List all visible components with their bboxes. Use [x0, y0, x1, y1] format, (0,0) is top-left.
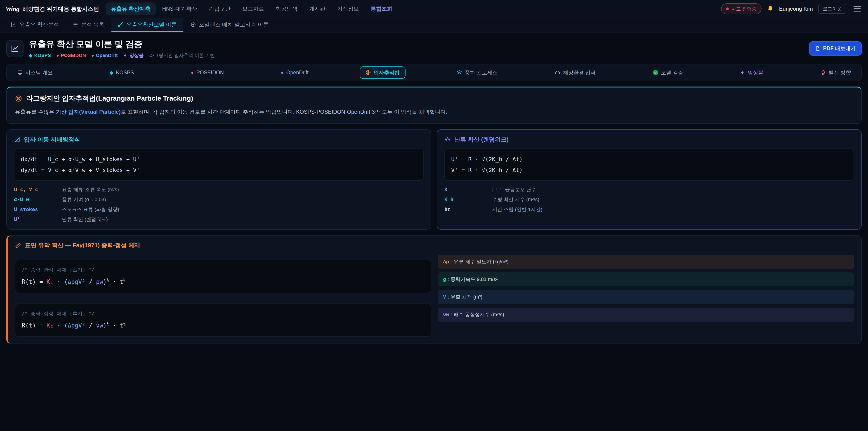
formula-part: · (: [54, 278, 68, 285]
topnav-item-aerial-search[interactable]: 항공탐색: [270, 2, 303, 15]
section-item-ensemble[interactable]: 앙상블: [734, 66, 769, 79]
term-symbol: R: [444, 187, 488, 192]
fay-spreading-card: 표면 유막 확산 — Fay(1971) 중력-점성 체제 /* 중력-관성 체…: [6, 235, 862, 344]
topnav-item-oil-spill-prediction[interactable]: 유출유 확산예측: [105, 2, 156, 15]
topnav-item-reports[interactable]: 보고자료: [237, 2, 270, 15]
dot-icon: ●: [281, 70, 283, 75]
incident-status-badge: 사고 진행중: [721, 3, 762, 14]
section-item-opendrift[interactable]: ● OpenDrift: [275, 67, 314, 79]
monitor-icon: [17, 70, 23, 75]
term-desc: 난류 확산 (랜덤워크): [62, 216, 424, 223]
menu-icon[interactable]: [852, 4, 863, 13]
section-item-validation[interactable]: 모델 검증: [647, 66, 689, 79]
governing-title: 입자 이동 지배방정식: [24, 135, 80, 144]
section-item-poseidon[interactable]: ● POSEIDON: [185, 67, 230, 79]
formula-exponent: ½: [123, 278, 126, 283]
param-row: νw 해수 동점성계수 (m²/s): [438, 308, 854, 321]
tab-diffusion-model-theory[interactable]: 유출유확산모델 이론: [112, 18, 183, 32]
param-desc: 해수 동점성계수 (m²/s): [451, 311, 504, 318]
fay-grid: /* 중력-관성 체제 (초기) */ R(t) = K₁ · (ΔρgV² /…: [15, 255, 854, 337]
term-desc: 수평 확산 계수 (m²/s): [492, 196, 854, 203]
random-walk-card: 난류 확산 (랜덤워크) U' = R · √(2K_h / Δt) V' = …: [437, 129, 862, 229]
term-row: U' 난류 확산 (랜덤워크): [14, 216, 424, 223]
random-walk-code-block: U' = R · √(2K_h / Δt) V' = R · √(2K_h / …: [444, 149, 854, 181]
equation-cards-row: 입자 이동 지배방정식 dx/dt = U_c + α·U_w + U_stok…: [6, 129, 862, 229]
model-curve-icon: [118, 22, 124, 28]
param-row: Δρ 유류-해수 밀도차 (kg/m³): [438, 255, 854, 269]
section-item-particle-tracking[interactable]: 입자추적법: [360, 66, 405, 79]
pdf-export-label: PDF 내보내기: [823, 45, 856, 52]
tab-oil-spill-analysis[interactable]: 유출유 확산분석: [4, 18, 65, 32]
pdf-export-button[interactable]: PDF 내보내기: [809, 41, 862, 56]
param-desc: 유출 체적 (m³): [448, 294, 483, 300]
circle-dot-icon: [190, 22, 196, 28]
page-chart-icon: [6, 40, 24, 57]
param-symbol: V: [443, 294, 446, 300]
section-item-label: POSEIDON: [196, 70, 224, 76]
section-item-overview[interactable]: 시스템 개요: [11, 66, 59, 79]
tab-oil-boom-theory[interactable]: 오일펜스 배치 알고리즘 이론: [184, 18, 275, 32]
list-icon: [72, 22, 79, 28]
term-desc: 풍류 기여 (α ≈ 0.03): [62, 196, 424, 203]
formula-part: K₂: [46, 322, 54, 329]
equation-line: V' = R · √(2K_h / Δt): [451, 165, 847, 176]
section-item-label: KOSPS: [116, 70, 134, 76]
term-symbol: U_c, V_c: [14, 187, 57, 192]
lagrangian-intro-card: 라그랑지안 입자추적법(Lagrangian Particle Tracking…: [6, 87, 862, 124]
section-item-label: 발전 방향: [829, 69, 851, 76]
section-item-kosps[interactable]: ◆ KOSPS: [104, 67, 140, 79]
topnav-item-weather-info[interactable]: 기상정보: [332, 2, 364, 15]
equation-line: dx/dt = U_c + α·U_w + U_stokes + U': [21, 154, 417, 165]
formula-part: /: [86, 322, 96, 329]
model-badge-row: ◆ KOSPS ● POSEIDON ● OpenDrift 앙상블 라그랑지안…: [29, 52, 215, 59]
section-nav: 시스템 개요 ◆ KOSPS ● POSEIDON ● OpenDrift 입자…: [6, 64, 862, 81]
swirl-icon: [444, 136, 451, 143]
term-symbol: K_h: [444, 196, 488, 202]
section-item-roadmap[interactable]: 발전 방향: [815, 66, 857, 79]
formula-part: R(t) =: [22, 322, 46, 329]
param-row: V 유출 체적 (m³): [438, 290, 854, 304]
formula-part: ΔρgV²: [68, 278, 86, 285]
fay-code-block-viscous: /* 중력-점성 체제 (후기) */ R(t) = K₂ · (ΔρgV² /…: [15, 304, 431, 337]
equation-line: U' = R · √(2K_h / Δt): [451, 154, 847, 165]
badge-ensemble: 앙상블: [123, 52, 144, 59]
section-item-label: OpenDrift: [286, 70, 308, 76]
logo-title: 해양환경 위기대응 통합시스템: [23, 5, 99, 13]
param-symbol: g: [443, 276, 446, 282]
term-row: α·U_w 풍류 기여 (α ≈ 0.03): [14, 196, 424, 203]
section-item-ocean-input[interactable]: 해양환경 입력: [549, 66, 601, 79]
status-dot-icon: [726, 7, 729, 10]
code-comment: /* 중력-점성 체제 (후기) */: [22, 309, 425, 318]
governing-title-row: 입자 이동 지배방정식: [14, 135, 424, 144]
app-logo: Wing 해양환경 위기대응 통합시스템: [5, 5, 99, 13]
rocket-icon: [820, 70, 826, 75]
random-walk-title-row: 난류 확산 (랜덤워크): [444, 135, 854, 144]
fay-title: 표면 유막 확산 — Fay(1971) 중력-점성 체제: [25, 241, 140, 249]
logout-button[interactable]: 로그아웃: [818, 4, 846, 14]
topnav-item-board[interactable]: 게시판: [304, 2, 331, 15]
term-symbol: Δt: [444, 207, 488, 212]
topnav-item-emergency-rescue[interactable]: 긴급구난: [204, 2, 236, 15]
term-row: K_h 수평 확산 계수 (m²/s): [444, 196, 854, 203]
badge-label: KOSPS: [34, 53, 51, 58]
tab-analysis-list[interactable]: 분석 목록: [66, 18, 111, 32]
dot-icon: ●: [91, 53, 94, 58]
term-desc: 스토크스 표류 (파랑 영향): [62, 206, 424, 213]
section-item-label: 앙상블: [748, 69, 763, 76]
formula-part: /: [86, 278, 96, 285]
topnav-item-hns-atmospheric[interactable]: HNS·대기확산: [157, 2, 203, 15]
fay-formula-column: /* 중력-관성 체제 (초기) */ R(t) = K₁ · (ΔρgV² /…: [15, 255, 431, 337]
badge-opendrift: ● OpenDrift: [91, 53, 118, 58]
term-desc: 시간 스텝 (일반 1시간): [492, 206, 854, 213]
formula-part: ρw: [96, 278, 103, 285]
topnav-item-integrated-search[interactable]: 통합조회: [365, 2, 398, 15]
notification-bell-icon[interactable]: [767, 5, 774, 12]
badge-poseidon: ● POSEIDON: [56, 53, 86, 58]
triangle-ruler-icon: [14, 136, 20, 143]
ruler-icon: [15, 242, 21, 249]
diamond-icon: ◆: [110, 70, 113, 75]
term-row: U_stokes 스토크스 표류 (파랑 영향): [14, 206, 424, 213]
tab-label: 오일펜스 배치 알고리즘 이론: [199, 21, 269, 28]
chart-icon: [11, 22, 17, 28]
section-item-weathering[interactable]: 풍화 프로세스: [451, 66, 503, 79]
